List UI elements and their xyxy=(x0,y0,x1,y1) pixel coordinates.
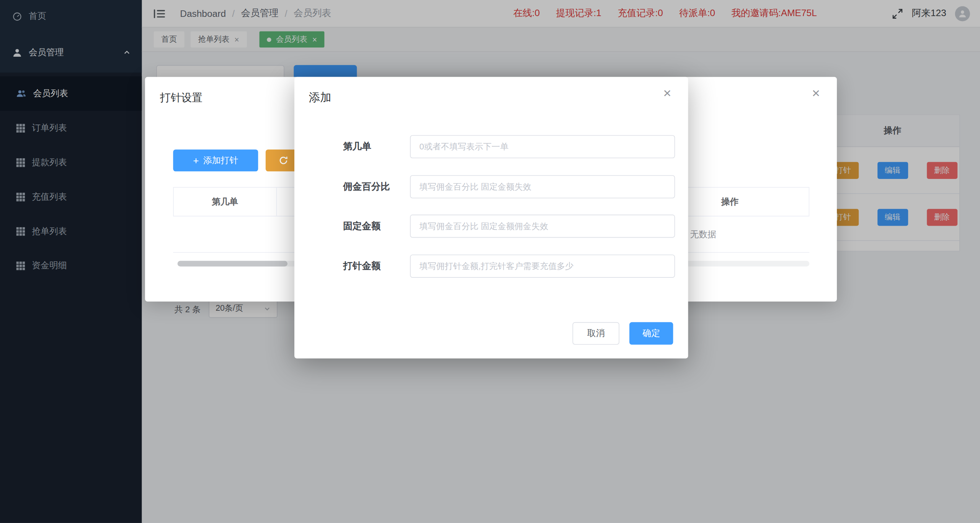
add-modal: 添加 × 第几单 佣金百分比 固定金额 打针金额 取消 确定 xyxy=(294,77,688,359)
field-label: 固定金额 xyxy=(343,215,381,238)
modal-title: 添加 xyxy=(309,90,332,105)
modal-title: 打针设置 xyxy=(160,91,203,105)
cancel-button[interactable]: 取消 xyxy=(573,322,619,345)
close-icon[interactable]: × xyxy=(660,86,675,101)
fixed-amount-input[interactable] xyxy=(410,215,675,238)
app-window: 首页 会员管理 xyxy=(0,0,980,523)
refresh-icon xyxy=(278,156,287,165)
column-header-order-number: 第几单 xyxy=(174,188,277,216)
confirm-button[interactable]: 确定 xyxy=(629,322,673,345)
form-row-injection-amount: 打针金额 xyxy=(294,254,688,277)
add-injection-button[interactable]: + 添加打针 xyxy=(173,149,258,171)
form-row-fixed-amount: 固定金额 xyxy=(294,215,688,238)
form-row-order-number: 第几单 xyxy=(294,135,688,158)
commission-percent-input[interactable] xyxy=(410,175,675,198)
plus-icon: + xyxy=(193,156,199,166)
add-injection-label: 添加打针 xyxy=(203,155,238,166)
form-row-commission-percent: 佣金百分比 xyxy=(294,175,688,198)
field-label: 佣金百分比 xyxy=(343,175,390,198)
order-number-input[interactable] xyxy=(410,135,675,158)
close-icon[interactable]: × xyxy=(808,86,824,101)
injection-amount-input[interactable] xyxy=(410,254,675,277)
empty-data-text: 无数据 xyxy=(690,229,716,240)
scrollbar-thumb[interactable] xyxy=(178,261,287,267)
field-label: 第几单 xyxy=(343,135,371,158)
field-label: 打针金额 xyxy=(343,254,381,277)
